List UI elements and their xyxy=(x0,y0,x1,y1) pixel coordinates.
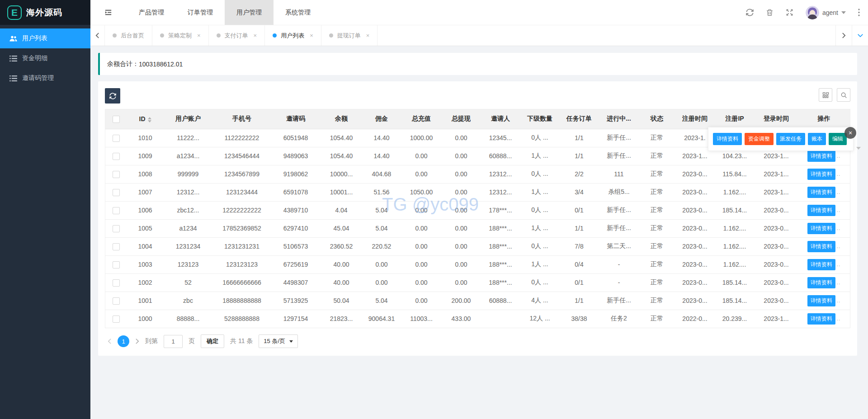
page-number-input[interactable] xyxy=(164,335,183,348)
tab-close-icon[interactable]: × xyxy=(197,32,201,39)
row-checkbox[interactable] xyxy=(113,171,120,178)
tab-用户列表[interactable]: 用户列表× xyxy=(265,25,321,46)
more-actions[interactable]: .. xyxy=(837,297,841,304)
tab-提现订单[interactable]: 提现订单× xyxy=(321,25,378,46)
tab-scroll-left-icon[interactable] xyxy=(90,25,105,46)
tab-策略定制[interactable]: 策略定制× xyxy=(152,25,209,46)
row-checkbox[interactable] xyxy=(113,297,120,305)
tab-scroll-right-icon[interactable] xyxy=(835,25,852,46)
column-header[interactable]: 任务订单 xyxy=(559,109,599,129)
column-header[interactable]: 进行中... xyxy=(599,109,639,129)
column-header[interactable]: 登录时间 xyxy=(755,109,798,129)
goto-confirm-button[interactable]: 确定 xyxy=(201,334,224,348)
page-size-select[interactable]: 15 条/页 xyxy=(259,334,298,348)
tab-后台首页[interactable]: 后台首页 xyxy=(105,25,152,46)
cell-reg_ip: 1.162.... xyxy=(715,219,755,237)
columns-filter-button[interactable] xyxy=(819,88,832,102)
sidebar-item-用户列表[interactable]: 用户列表 xyxy=(0,28,90,48)
search-icon[interactable] xyxy=(837,88,850,102)
user-menu[interactable]: agent xyxy=(806,6,846,19)
row-checkbox[interactable] xyxy=(113,153,120,160)
column-header[interactable]: 注册时间 xyxy=(675,109,715,129)
column-header[interactable]: 注册IP xyxy=(715,109,755,129)
cell-account: 1231234 xyxy=(163,237,213,255)
nav-item-产品管理[interactable]: 产品管理 xyxy=(127,0,176,25)
cell-phone: 123123123 xyxy=(213,255,271,273)
column-header[interactable]: 余额 xyxy=(321,109,362,129)
nav-item-用户管理[interactable]: 用户管理 xyxy=(225,0,274,25)
column-header[interactable]: 总提现 xyxy=(442,109,481,129)
cell-actions: 详情资料.. xyxy=(798,292,850,310)
row-checkbox[interactable] xyxy=(113,243,120,250)
sidebar-item-资金明细[interactable]: 资金明细 xyxy=(0,48,90,68)
next-page-icon[interactable] xyxy=(135,338,139,344)
more-actions[interactable]: .. xyxy=(837,225,841,231)
column-header[interactable]: 邀请人 xyxy=(481,109,520,129)
popup-action-资金调整[interactable]: 资金调整 xyxy=(745,133,774,145)
prev-page-icon[interactable] xyxy=(108,338,112,344)
tab-close-icon[interactable]: × xyxy=(254,32,257,39)
cell-phone: 1231231231 xyxy=(213,237,271,255)
detail-button[interactable]: 详情资料 xyxy=(807,313,835,325)
popup-action-派发任务[interactable]: 派发任务 xyxy=(776,133,805,145)
detail-button[interactable]: 详情资料 xyxy=(807,169,835,180)
detail-button[interactable]: 详情资料 xyxy=(807,205,835,216)
tab-支付订单[interactable]: 支付订单× xyxy=(209,25,265,46)
tab-close-icon[interactable]: × xyxy=(310,32,313,39)
popup-action-账本[interactable]: 账本 xyxy=(808,133,826,145)
detail-button[interactable]: 详情资料 xyxy=(807,277,835,288)
table-row: 100712312...123123444659107810001...51.5… xyxy=(105,183,850,201)
row-checkbox[interactable] xyxy=(113,315,120,323)
column-header[interactable]: 总充值 xyxy=(401,109,442,129)
more-menu-icon[interactable] xyxy=(858,9,860,16)
cell-task_orders: 1/1 xyxy=(559,129,599,147)
column-header[interactable]: 状态 xyxy=(639,109,675,129)
more-actions[interactable]: .. xyxy=(837,189,841,195)
row-checkbox[interactable] xyxy=(113,189,120,196)
column-header[interactable]: 邀请码 xyxy=(271,109,321,129)
tab-close-icon[interactable]: × xyxy=(366,32,370,39)
trash-icon[interactable] xyxy=(766,9,774,16)
cell-total_withdraw: 0.00 xyxy=(442,237,481,255)
more-actions[interactable]: .. xyxy=(837,171,841,177)
more-actions[interactable]: .. xyxy=(837,261,841,268)
more-actions[interactable]: .. xyxy=(837,243,841,250)
cell-login_time: 2023-1... xyxy=(755,310,798,328)
detail-button[interactable]: 详情资料 xyxy=(807,187,835,198)
detail-button[interactable]: 详情资料 xyxy=(807,223,835,234)
detail-button[interactable]: 详情资料 xyxy=(807,259,835,270)
more-actions[interactable]: .. xyxy=(837,279,841,286)
row-checkbox[interactable] xyxy=(113,279,120,287)
row-checkbox[interactable] xyxy=(113,207,120,214)
popup-action-编辑[interactable]: 编辑 xyxy=(829,133,847,145)
more-actions[interactable]: .. xyxy=(837,153,841,159)
close-icon[interactable]: × xyxy=(844,127,856,139)
column-header[interactable]: 下级数量 xyxy=(520,109,559,129)
row-checkbox[interactable] xyxy=(113,135,120,142)
more-actions[interactable]: .. xyxy=(837,207,841,213)
detail-button[interactable]: 详情资料 xyxy=(807,151,835,162)
sidebar-toggle-icon[interactable] xyxy=(104,8,113,17)
column-header[interactable]: 操作 xyxy=(798,109,850,129)
sort-icon[interactable] xyxy=(148,117,151,122)
popup-action-详情资料[interactable]: 详情资料 xyxy=(713,133,742,145)
nav-item-系统管理[interactable]: 系统管理 xyxy=(274,0,322,25)
column-header[interactable]: 手机号 xyxy=(213,109,271,129)
fullscreen-icon[interactable] xyxy=(786,9,793,16)
row-checkbox[interactable] xyxy=(113,225,120,232)
more-actions[interactable]: .. xyxy=(837,315,841,322)
column-header[interactable]: 佣金 xyxy=(362,109,401,129)
table-refresh-button[interactable] xyxy=(105,88,120,104)
column-header[interactable]: 用户账户 xyxy=(163,109,213,129)
detail-button[interactable]: 详情资料 xyxy=(807,295,835,306)
current-page-button[interactable]: 1 xyxy=(118,335,129,347)
cell-total_recharge: 0.00 xyxy=(401,292,442,310)
select-all-checkbox[interactable] xyxy=(113,116,120,123)
column-header[interactable]: ID xyxy=(127,109,163,129)
refresh-icon[interactable] xyxy=(746,9,754,16)
sidebar-item-邀请码管理[interactable]: 邀请码管理 xyxy=(0,68,90,88)
detail-button[interactable]: 详情资料 xyxy=(807,241,835,252)
tab-menu-icon[interactable] xyxy=(852,25,868,46)
row-checkbox[interactable] xyxy=(113,261,120,268)
nav-item-订单管理[interactable]: 订单管理 xyxy=(176,0,225,25)
